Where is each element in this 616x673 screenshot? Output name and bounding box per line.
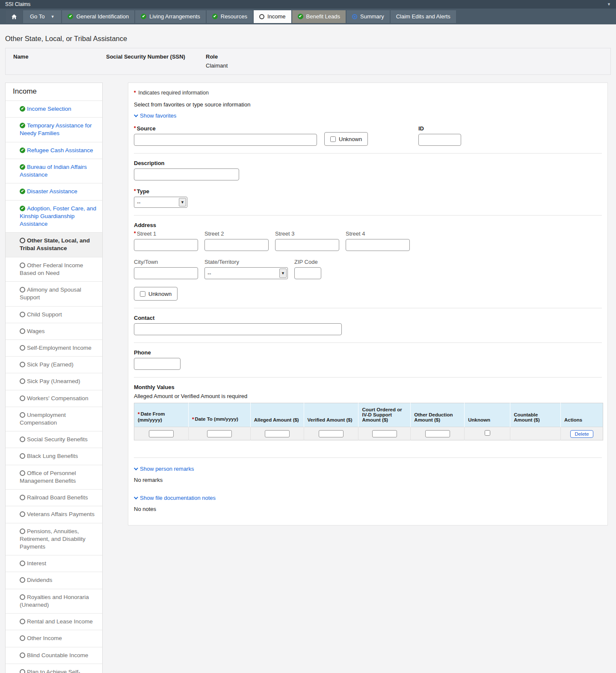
- sidebar-item[interactable]: Black Lung Benefits: [6, 448, 102, 464]
- sidebar-item[interactable]: Unemployment Compensation: [6, 407, 102, 431]
- row-unknown-checkbox[interactable]: [485, 430, 490, 436]
- address-unknown-checkbox[interactable]: Unknown: [134, 287, 178, 301]
- address-unknown-checkbox-input[interactable]: [140, 291, 145, 297]
- column-header-label: Date To (mm/yyyy): [195, 416, 238, 422]
- item-status-icon: [20, 148, 25, 153]
- city-input[interactable]: [134, 267, 198, 279]
- collapse-chevron-icon[interactable]: ▼: [607, 2, 611, 6]
- nav-tab-label: Income: [267, 13, 286, 20]
- sidebar-item[interactable]: Other State, Local, and Tribal Assistanc…: [6, 232, 102, 257]
- item-status-icon: [20, 561, 25, 566]
- contact-label: Contact: [134, 315, 342, 321]
- item-status-icon: [20, 669, 25, 673]
- show-file-documentation-notes-link[interactable]: Show file documentation notes: [134, 495, 216, 501]
- street1-input[interactable]: [134, 239, 198, 251]
- sidebar-item-label: Blind Countable Income: [27, 652, 88, 658]
- zip-input[interactable]: [294, 267, 321, 279]
- source-unknown-checkbox[interactable]: Unknown: [324, 132, 368, 146]
- item-status-icon: [20, 378, 25, 384]
- item-status-icon: [20, 396, 25, 401]
- nav-tab[interactable]: Resources: [207, 10, 253, 23]
- street4-input[interactable]: [346, 239, 410, 251]
- phone-input[interactable]: [134, 358, 181, 370]
- income-nav-list: Income Selection Temporary Assistance fo…: [6, 100, 102, 673]
- show-favorites-link[interactable]: Show favorites: [134, 112, 176, 119]
- sidebar-item[interactable]: Disaster Assistance: [6, 183, 102, 200]
- item-status-icon: [20, 495, 25, 500]
- verified-amount-input[interactable]: [319, 430, 344, 437]
- sidebar-item-label: Other State, Local, and Tribal Assistanc…: [20, 237, 90, 251]
- nav-tab[interactable]: Claim Edits and Alerts: [391, 10, 456, 23]
- sidebar-item-label: Railroad Board Benefits: [27, 494, 88, 501]
- sidebar-item[interactable]: Adoption, Foster Care, and Kinship Guard…: [6, 200, 102, 233]
- sidebar-item[interactable]: Income Selection: [6, 100, 102, 117]
- sidebar-item[interactable]: Other Income: [6, 630, 102, 646]
- section-nav-bar: Go To ▼ General Identification Living Ar…: [0, 9, 616, 24]
- nav-tab[interactable]: Living Arrangements: [135, 10, 206, 23]
- description-input[interactable]: [134, 168, 239, 180]
- nav-tab[interactable]: Summary: [346, 10, 390, 23]
- sidebar-item[interactable]: Plan to Achieve Self-Support: [6, 664, 102, 673]
- sidebar-item[interactable]: Interest: [6, 555, 102, 572]
- sidebar-item[interactable]: Social Security Benefits: [6, 431, 102, 448]
- sidebar-item-label: Workers' Compensation: [27, 395, 88, 401]
- sidebar-item[interactable]: Sick Pay (Unearned): [6, 373, 102, 390]
- sidebar-item[interactable]: Other Federal Income Based on Need: [6, 257, 102, 281]
- row-delete-button[interactable]: Delete: [570, 430, 593, 438]
- home-button[interactable]: [6, 10, 22, 23]
- sidebar-item[interactable]: Wages: [6, 323, 102, 339]
- sidebar-item[interactable]: Temporary Assistance for Needy Families: [6, 117, 102, 142]
- source-input[interactable]: [134, 134, 317, 146]
- sidebar-item[interactable]: Office of Personnel Management Benefits: [6, 465, 102, 489]
- date-from-input[interactable]: [149, 430, 174, 437]
- sidebar-item[interactable]: Sick Pay (Earned): [6, 356, 102, 373]
- sidebar-item[interactable]: Royalties and Honoraria (Unearned): [6, 589, 102, 613]
- other-deduction-amount-input[interactable]: [425, 430, 450, 437]
- sidebar-item[interactable]: Alimony and Spousal Support: [6, 281, 102, 306]
- sidebar-item[interactable]: Dividends: [6, 572, 102, 588]
- show-file-documentation-notes-label: Show file documentation notes: [140, 495, 216, 501]
- column-header-label: Date From (mm/yyyy): [138, 411, 165, 422]
- sidebar-item[interactable]: Child Support: [6, 306, 102, 323]
- sidebar-item[interactable]: Blind Countable Income: [6, 647, 102, 664]
- sidebar-item[interactable]: Veterans Affairs Payments: [6, 506, 102, 522]
- nav-tab[interactable]: Income: [254, 10, 291, 23]
- court-ordered-amount-input[interactable]: [372, 430, 397, 437]
- required-asterisk: *: [134, 230, 136, 236]
- sidebar-item[interactable]: Workers' Compensation: [6, 390, 102, 407]
- section-divider: [134, 342, 602, 343]
- item-status-icon: [20, 577, 25, 583]
- column-header-label: Countable Amount ($): [514, 412, 540, 422]
- favorites-hint: Select from favorites or type source inf…: [134, 101, 602, 108]
- state-select[interactable]: --: [204, 267, 288, 279]
- role-value: Claimant: [206, 62, 228, 69]
- street1-label-text: Street 1: [137, 230, 157, 237]
- chevron-down-icon: [134, 466, 138, 470]
- id-input[interactable]: [418, 134, 461, 146]
- go-to-menu-button[interactable]: Go To ▼: [23, 10, 61, 23]
- sidebar-item-label: Adoption, Foster Care, and Kinship Guard…: [20, 205, 96, 227]
- alleged-amount-input[interactable]: [265, 430, 290, 437]
- street2-input[interactable]: [204, 239, 269, 251]
- notes-empty-text: No notes: [134, 506, 602, 512]
- required-note-text: Indicates required information: [138, 90, 209, 96]
- sidebar-item-label: Royalties and Honoraria (Unearned): [20, 594, 89, 608]
- date-to-input[interactable]: [207, 430, 232, 437]
- contact-input[interactable]: [134, 323, 342, 335]
- sidebar-item[interactable]: Rental and Lease Income: [6, 613, 102, 630]
- sidebar-item[interactable]: Self-Employment Income: [6, 339, 102, 356]
- street3-input[interactable]: [275, 239, 339, 251]
- type-select[interactable]: --: [134, 197, 187, 208]
- nav-tab[interactable]: General Identification: [62, 10, 134, 23]
- sidebar-item[interactable]: Bureau of Indian Affairs Assistance: [6, 159, 102, 183]
- nav-tab-label: Living Arrangements: [149, 13, 200, 20]
- page-title: Other State, Local, or Tribal Assistance: [5, 35, 611, 43]
- sidebar-item[interactable]: Railroad Board Benefits: [6, 489, 102, 506]
- item-status-icon: [20, 238, 25, 243]
- show-person-remarks-link[interactable]: Show person remarks: [134, 466, 194, 472]
- sidebar-item[interactable]: Refugee Cash Assistance: [6, 142, 102, 159]
- state-label: State/Territory: [204, 259, 288, 265]
- source-unknown-checkbox-input[interactable]: [330, 136, 336, 142]
- sidebar-item[interactable]: Pensions, Annuities, Retirement, and Dis…: [6, 523, 102, 555]
- nav-tab[interactable]: Benefit Leads: [292, 10, 346, 23]
